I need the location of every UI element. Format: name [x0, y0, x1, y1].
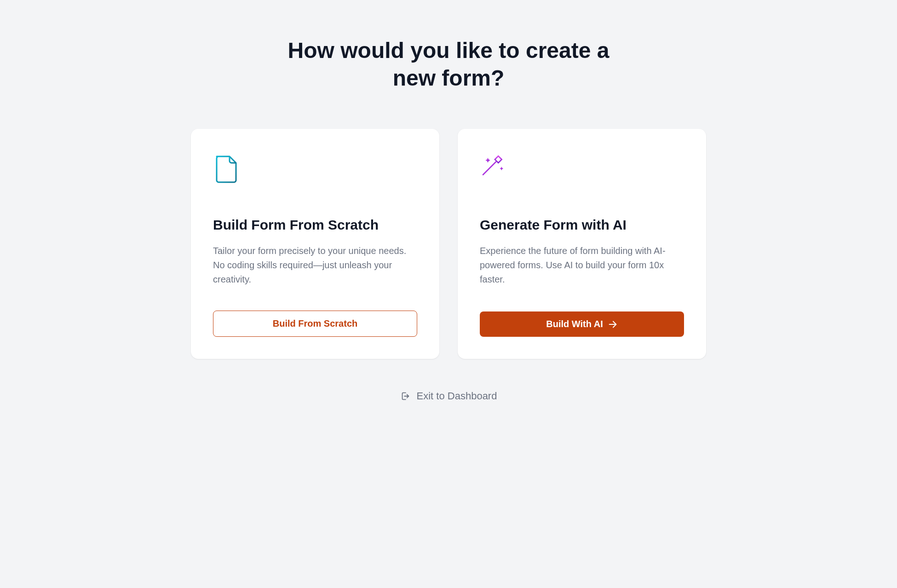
- generate-with-ai-card: Generate Form with AI Experience the fut…: [458, 129, 706, 359]
- exit-to-dashboard-label: Exit to Dashboard: [417, 390, 497, 402]
- exit-to-dashboard-button[interactable]: Exit to Dashboard: [395, 386, 503, 406]
- ai-card-title: Generate Form with AI: [480, 217, 684, 233]
- build-from-scratch-button-label: Build From Scratch: [273, 318, 357, 329]
- build-with-ai-button-label: Build With AI: [546, 319, 603, 329]
- page-title: How would you like to create a new form?: [288, 37, 610, 92]
- ai-card-description: Experience the future of form building w…: [480, 244, 684, 288]
- exit-icon: [400, 391, 410, 401]
- build-from-scratch-card: Build Form From Scratch Tailor your form…: [191, 129, 439, 359]
- build-with-ai-button[interactable]: Build With AI: [480, 311, 684, 337]
- scratch-card-title: Build Form From Scratch: [213, 217, 417, 233]
- build-from-scratch-button[interactable]: Build From Scratch: [213, 311, 417, 337]
- magic-wand-icon: [480, 155, 506, 184]
- file-plus-icon: [213, 155, 239, 184]
- cards-container: Build Form From Scratch Tailor your form…: [191, 129, 706, 359]
- svg-line-3: [483, 162, 496, 175]
- scratch-card-description: Tailor your form precisely to your uniqu…: [213, 244, 417, 287]
- arrow-right-icon: [608, 319, 618, 329]
